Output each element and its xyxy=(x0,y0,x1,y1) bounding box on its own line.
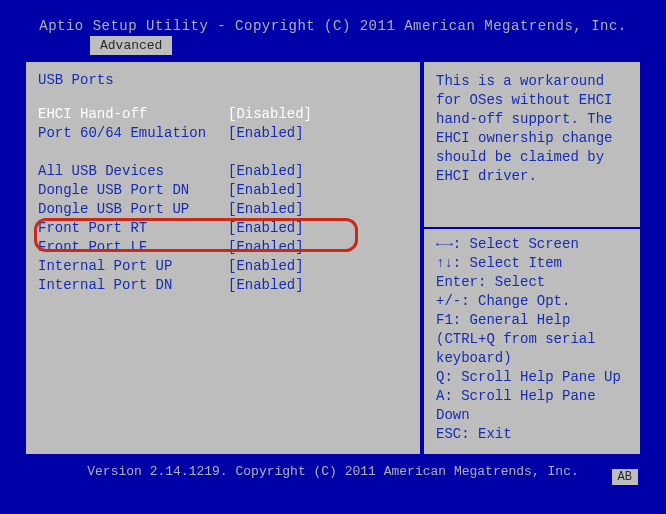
setting-label: Internal Port UP xyxy=(38,258,228,274)
setting-value: [Enabled] xyxy=(228,277,304,293)
setting-label: Port 60/64 Emulation xyxy=(38,125,228,141)
main-panel: USB Ports EHCI Hand-off [Disabled] Port … xyxy=(22,58,644,458)
row-ehci-hand-off[interactable]: EHCI Hand-off [Disabled] xyxy=(38,104,408,123)
setting-label: All USB Devices xyxy=(38,163,228,179)
tab-advanced[interactable]: Advanced xyxy=(90,36,172,55)
utility-title: Aptio Setup Utility - Copyright (C) 2011… xyxy=(22,18,644,34)
row-internal-port-dn[interactable]: Internal Port DN [Enabled] xyxy=(38,275,408,294)
row-internal-port-up[interactable]: Internal Port UP [Enabled] xyxy=(38,256,408,275)
setting-label: Internal Port DN xyxy=(38,277,228,293)
row-port-60-64-emulation[interactable]: Port 60/64 Emulation [Enabled] xyxy=(38,123,408,142)
settings-pane: USB Ports EHCI Hand-off [Disabled] Port … xyxy=(24,60,422,456)
setting-value: [Enabled] xyxy=(228,239,304,255)
key-hints: ←→: Select Screen ↑↓: Select Item Enter:… xyxy=(436,235,628,444)
hint-general-help: F1: General Help xyxy=(436,311,628,330)
help-pane: This is a workaround for OSes without EH… xyxy=(422,60,642,456)
row-front-port-lf[interactable]: Front Port LF [Enabled] xyxy=(38,237,408,256)
help-text: This is a workaround for OSes without EH… xyxy=(436,72,628,221)
hint-select-item: ↑↓: Select Item xyxy=(436,254,628,273)
setting-label: Dongle USB Port DN xyxy=(38,182,228,198)
row-dongle-usb-port-dn[interactable]: Dongle USB Port DN [Enabled] xyxy=(38,180,408,199)
version-text: Version 2.14.1219. Copyright (C) 2011 Am… xyxy=(87,464,578,479)
hint-ctrl-q: (CTRL+Q from serial xyxy=(436,330,628,349)
hint-scroll-down: A: Scroll Help Pane Down xyxy=(436,387,628,425)
footer-bar: Version 2.14.1219. Copyright (C) 2011 Am… xyxy=(22,458,644,479)
divider xyxy=(424,227,640,229)
setting-label: EHCI Hand-off xyxy=(38,106,228,122)
hint-enter: Enter: Select xyxy=(436,273,628,292)
hint-keyboard: keyboard) xyxy=(436,349,628,368)
setting-value: [Disabled] xyxy=(228,106,312,122)
setting-value: [Enabled] xyxy=(228,182,304,198)
setting-label: Front Port RT xyxy=(38,220,228,236)
setting-value: [Enabled] xyxy=(228,125,304,141)
setting-value: [Enabled] xyxy=(228,163,304,179)
setting-label: Front Port LF xyxy=(38,239,228,255)
hint-esc: ESC: Exit xyxy=(436,425,628,444)
setting-value: [Enabled] xyxy=(228,258,304,274)
row-dongle-usb-port-up[interactable]: Dongle USB Port UP [Enabled] xyxy=(38,199,408,218)
hint-scroll-up: Q: Scroll Help Pane Up xyxy=(436,368,628,387)
hint-change-opt: +/-: Change Opt. xyxy=(436,292,628,311)
setting-value: [Enabled] xyxy=(228,201,304,217)
setting-value: [Enabled] xyxy=(228,220,304,236)
blank-row xyxy=(38,142,408,161)
setting-label: Dongle USB Port UP xyxy=(38,201,228,217)
section-title: USB Ports xyxy=(38,72,408,88)
row-front-port-rt[interactable]: Front Port RT [Enabled] xyxy=(38,218,408,237)
row-all-usb-devices[interactable]: All USB Devices [Enabled] xyxy=(38,161,408,180)
hint-select-screen: ←→: Select Screen xyxy=(436,235,628,254)
keyboard-indicator: AB xyxy=(612,469,638,485)
header-bar: Aptio Setup Utility - Copyright (C) 2011… xyxy=(22,14,644,58)
